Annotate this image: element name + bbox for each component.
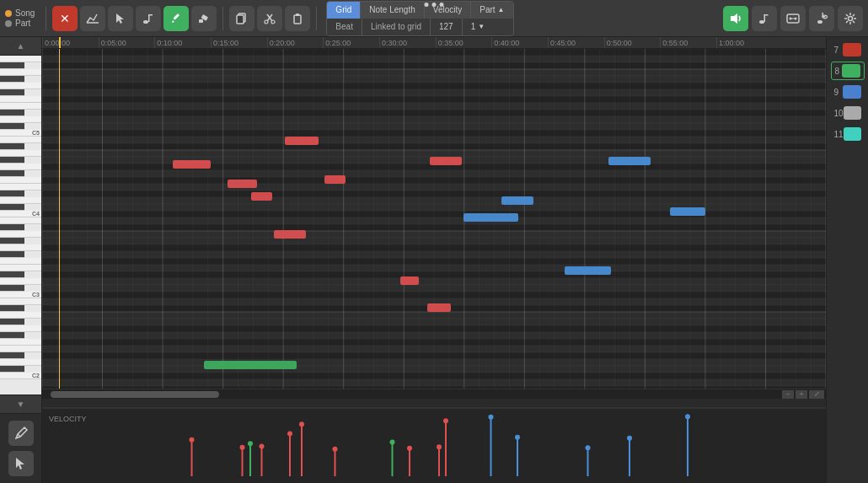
cursor-button[interactable] [108,6,133,31]
piano-key-13[interactable] [0,143,24,150]
note-10[interactable] [501,196,533,205]
part-header-button[interactable]: Part ▲ [471,2,512,19]
piano-key-36[interactable] [0,298,41,305]
piano-key-10[interactable] [0,123,24,130]
expand-button[interactable]: ⤢ [809,390,824,399]
piano-key-33[interactable] [0,278,41,285]
loop-button[interactable] [809,6,834,31]
note-5[interactable] [274,230,306,239]
piano-key-46[interactable] [0,366,24,373]
piano-key-18[interactable] [0,177,41,184]
piano-key-35[interactable]: C3 [0,292,41,298]
scroll-thumb[interactable] [51,391,219,398]
zoom-minus-button[interactable]: − [782,390,794,399]
piano-key-42[interactable] [0,339,41,346]
note-7[interactable] [427,303,451,312]
paste-button[interactable] [285,6,310,31]
piano-key-20[interactable] [0,191,24,197]
note-14[interactable] [204,361,297,369]
grid-button[interactable]: Grid [327,2,361,19]
piano-key-7[interactable] [0,103,41,110]
piano-key-28[interactable] [0,244,41,251]
note-length-button[interactable]: Note Length [361,2,425,19]
piano-key-3[interactable] [0,76,24,83]
sidebar-down-button[interactable]: ▼ [0,394,41,413]
channel-item-10[interactable]: 10 [831,104,865,122]
piano-key-17[interactable] [0,170,24,177]
close-button[interactable]: ✕ [52,6,78,31]
piano-key-32[interactable] [0,271,24,278]
piano-key-24[interactable] [0,217,41,224]
speaker-button[interactable] [723,6,748,31]
part-value-button[interactable]: 1 ▼ [463,19,493,35]
note-4[interactable] [324,175,346,184]
piano-key-14[interactable] [0,150,41,157]
beat-button[interactable]: Beat [327,19,362,35]
note-12[interactable] [608,157,651,165]
piano-key-27[interactable] [0,238,24,244]
h-scrollbar[interactable]: − + ⤢ [42,389,826,399]
piano-key-19[interactable] [0,184,41,191]
graph-button[interactable] [80,6,105,31]
pointer-tool-button[interactable] [8,451,34,476]
eraser-button[interactable] [191,6,217,31]
note-0[interactable] [173,160,211,169]
piano-key-0[interactable] [0,56,41,62]
note-3[interactable] [285,137,319,145]
piano-key-22[interactable] [0,204,24,211]
grid-area[interactable] [42,49,826,389]
piano-key-38[interactable] [0,312,41,319]
piano-key-8[interactable] [0,110,24,116]
note-13[interactable] [670,207,705,216]
draw-tool-button[interactable] [8,421,34,446]
zoom-plus-button[interactable]: + [796,390,807,399]
piano-key-16[interactable] [0,164,41,170]
pencil-button[interactable] [163,6,189,31]
piano-key-4[interactable] [0,83,41,89]
piano-key-23[interactable]: C4 [0,211,41,217]
piano-key-2[interactable] [0,69,41,76]
piano-key-31[interactable] [0,265,41,271]
channel-item-7[interactable]: 7 [831,40,865,59]
piano-key-5[interactable] [0,89,24,96]
piano-key-6[interactable] [0,96,41,103]
note-1[interactable] [228,180,257,188]
note-8[interactable] [430,157,462,165]
piano-key-41[interactable] [0,332,24,339]
piano-key-40[interactable] [0,325,41,332]
velocity-panel[interactable]: VELOCITY [42,407,826,483]
copy-button[interactable] [229,6,255,31]
piano-key-1[interactable] [0,62,24,69]
part-down-arrow[interactable]: ▼ [478,23,485,30]
piano-key-44[interactable] [0,352,24,359]
piano-key-29[interactable] [0,251,24,258]
channel-item-9[interactable]: 9 [831,83,865,101]
channel-item-8[interactable]: 8 [831,62,865,80]
piano-roll[interactable]: 0:00:000:05:000:10:000:15:000:20:000:25:… [42,37,826,399]
note-2[interactable] [251,192,272,201]
piano-key-25[interactable] [0,224,24,231]
cut-button[interactable] [257,6,282,31]
note-button[interactable] [136,6,161,31]
linked-to-grid-button[interactable]: Linked to grid [362,19,431,35]
velocity-value-button[interactable]: 127 [431,19,463,35]
note-11[interactable] [565,266,611,275]
note-icon-button[interactable] [752,6,777,31]
piano-key-21[interactable] [0,197,41,204]
midi-button[interactable] [780,6,806,31]
settings-button[interactable] [838,6,863,31]
piano-key-34[interactable] [0,285,24,292]
piano-key-9[interactable] [0,116,41,123]
piano-key-12[interactable] [0,137,41,143]
piano-key-11[interactable]: C5 [0,130,41,137]
part-up-arrow[interactable]: ▲ [498,6,505,13]
note-9[interactable] [463,213,518,222]
note-6[interactable] [400,276,419,285]
channel-item-11[interactable]: 11 [831,125,865,143]
piano-key-30[interactable] [0,258,41,265]
piano-key-45[interactable] [0,359,41,366]
piano-key-26[interactable] [0,231,41,238]
piano-key-39[interactable] [0,319,24,325]
piano-key-15[interactable] [0,157,24,164]
sidebar-up-button[interactable]: ▲ [0,37,41,56]
